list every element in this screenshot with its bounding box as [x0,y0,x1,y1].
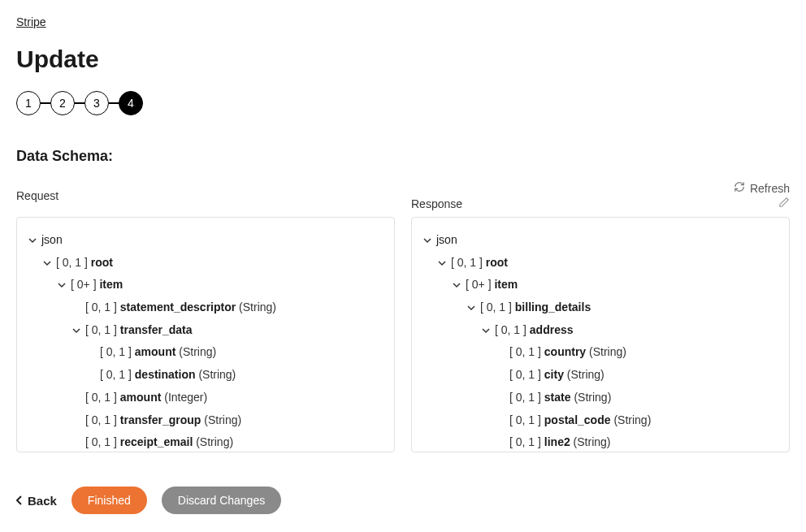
tree-node-label: [ 0+ ] item [466,276,518,294]
response-tree-row: [ 0, 1 ] country (String) [422,341,779,364]
tree-node-label: [ 0, 1 ] root [56,254,113,272]
request-tree-row: [ 0, 1 ] statement_descriptor (String) [27,296,384,319]
tree-spacer [495,370,506,381]
request-tree-row: [ 0, 1 ] amount (Integer) [27,387,384,409]
chevron-down-icon[interactable] [71,325,82,336]
tree-spacer [85,370,97,381]
chevron-down-icon[interactable] [422,235,433,246]
chevron-down-icon[interactable] [480,325,492,336]
back-label: Back [28,494,57,508]
refresh-icon [734,181,745,195]
tree-node-label: [ 0, 1 ] transfer_group (String) [85,412,241,430]
chevron-down-icon[interactable] [41,257,53,269]
tree-node-label: [ 0, 1 ] destination (String) [100,366,236,384]
request-tree-row: [ 0+ ] item [27,274,384,296]
edit-button[interactable] [778,197,790,210]
step-4[interactable]: 4 [119,91,143,115]
response-tree-row: [ 0, 1 ] postal_code (String) [422,409,779,432]
discard-button[interactable]: Discard Changes [162,487,281,514]
request-tree-row: [ 0, 1 ] destination (String) [27,364,384,387]
chevron-down-icon[interactable] [436,257,448,269]
step-2[interactable]: 2 [50,91,75,115]
page-title: Update [16,45,790,73]
tree-spacer [495,437,506,448]
tree-spacer [495,347,506,358]
response-column: Response Refresh json[ 0, 1 ] root[ 0+ ]… [411,181,790,452]
refresh-label: Refresh [750,182,790,195]
tree-node-label: [ 0, 1 ] city (String) [509,366,604,384]
request-tree-row: [ 0, 1 ] root [27,252,384,275]
request-schema-box: json[ 0, 1 ] root[ 0+ ] item[ 0, 1 ] sta… [16,217,395,452]
tree-node-label: [ 0, 1 ] country (String) [509,344,626,361]
breadcrumb[interactable]: Stripe [16,15,46,28]
request-tree-row: [ 0, 1 ] transfer_group (String) [27,409,384,432]
chevron-down-icon[interactable] [27,235,38,246]
step-connector [75,102,84,104]
tree-spacer [495,392,506,404]
response-tree-row: [ 0, 1 ] address [422,319,779,342]
response-tree-row: json [422,229,779,252]
response-tree-row: [ 0, 1 ] billing_details [422,296,779,319]
response-label: Response [411,197,462,210]
chevron-down-icon[interactable] [56,279,67,291]
response-tree-row: [ 0, 1 ] line2 (String) [422,431,779,452]
tree-spacer [71,392,82,404]
tree-node-label: [ 0, 1 ] amount (String) [100,344,216,361]
tree-node-label: [ 0, 1 ] receipt_email (String) [85,434,233,452]
step-connector [109,102,119,104]
finished-button[interactable]: Finished [72,487,147,514]
tree-node-label: [ 0, 1 ] root [451,254,508,272]
request-tree-row: [ 0, 1 ] receipt_email (String) [27,431,384,452]
chevron-down-icon[interactable] [466,302,477,314]
request-label: Request [16,189,58,202]
tree-spacer [71,302,82,314]
tree-node-label: [ 0, 1 ] transfer_data [85,322,193,340]
response-schema-box: json[ 0, 1 ] root[ 0+ ] item[ 0, 1 ] bil… [411,217,790,452]
stepper: 1234 [16,91,790,115]
tree-spacer [71,437,82,448]
request-tree-row: [ 0, 1 ] transfer_data [27,319,384,342]
request-column: Request json[ 0, 1 ] root[ 0+ ] item[ 0,… [16,181,395,452]
tree-spacer [85,347,97,358]
tree-node-label: [ 0, 1 ] postal_code (String) [509,412,651,430]
response-tree-row: [ 0, 1 ] city (String) [422,364,779,387]
refresh-button[interactable]: Refresh [734,181,790,195]
tree-node-label: json [41,231,63,249]
step-1[interactable]: 1 [16,91,41,115]
response-tree-row: [ 0, 1 ] state (String) [422,387,779,409]
tree-node-label: [ 0, 1 ] billing_details [480,299,591,317]
tree-node-label: [ 0, 1 ] address [495,322,574,340]
tree-spacer [71,414,82,426]
tree-node-label: [ 0, 1 ] line2 (String) [509,434,611,452]
response-tree-row: [ 0+ ] item [422,274,779,296]
back-button[interactable]: Back [16,494,57,508]
step-connector [41,102,50,104]
tree-node-label: [ 0, 1 ] amount (Integer) [85,389,207,407]
tree-node-label: [ 0, 1 ] statement_descriptor (String) [85,299,276,317]
tree-node-label: [ 0+ ] item [71,276,123,294]
step-3[interactable]: 3 [84,91,109,115]
chevron-down-icon[interactable] [451,279,462,291]
section-title: Data Schema: [16,148,790,165]
request-tree-row: [ 0, 1 ] amount (String) [27,341,384,364]
tree-spacer [495,414,506,426]
response-tree-row: [ 0, 1 ] root [422,252,779,275]
tree-node-label: json [436,231,457,249]
tree-node-label: [ 0, 1 ] state (String) [509,389,611,407]
request-tree-row: json [27,229,384,252]
chevron-left-icon [16,494,23,508]
pencil-icon [778,197,790,210]
